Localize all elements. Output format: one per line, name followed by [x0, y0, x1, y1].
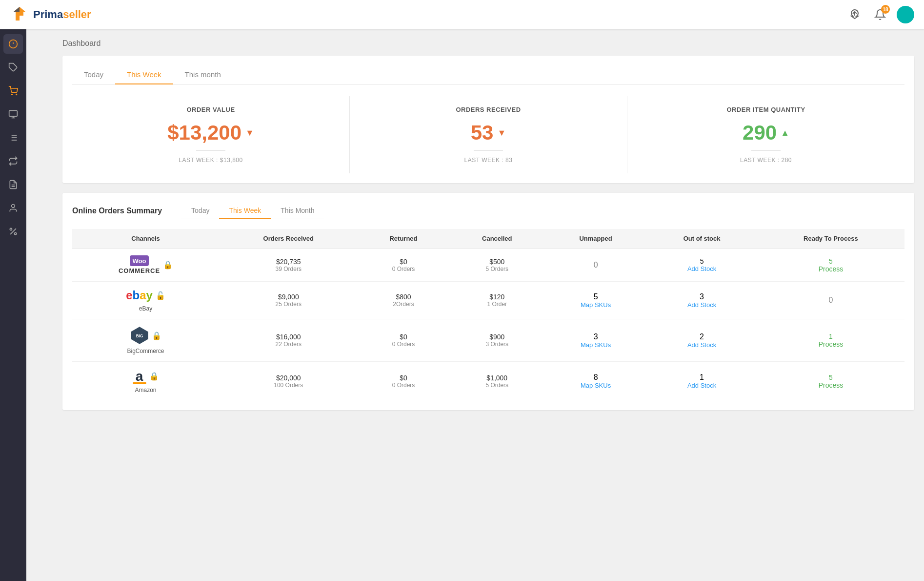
sidebar-item-discounts[interactable]	[3, 222, 23, 241]
woo-returned-value: $0	[365, 258, 441, 266]
page-title: Dashboard	[62, 39, 914, 48]
down-arrow-icon-2: ▼	[497, 128, 506, 138]
amazon-cancelled-count: 5 Orders	[457, 382, 537, 389]
ebay-ready: 0	[757, 282, 904, 319]
ebay-out-of-stock: 3	[654, 292, 749, 301]
channel-amazon: a 🔒 Amazon	[80, 369, 211, 394]
sidebar-item-orders[interactable]	[3, 81, 23, 101]
bigc-orders-value: $16,000	[227, 333, 350, 341]
sidebar-item-dashboard[interactable]	[3, 34, 23, 54]
table-row-woocommerce: Woo COMMERCE 🔒 $20,735 39 Orders	[72, 249, 904, 282]
amazon-returned-count: 0 Orders	[365, 382, 441, 389]
amazon-process-link[interactable]: Process	[765, 381, 897, 389]
bigc-returned-value: $0	[365, 333, 441, 341]
summary-card: Online Orders Summary Today This Week Th…	[62, 193, 914, 410]
metric-order-value: ORDER VALUE $13,200 ▼ LAST WEEK : $13,80…	[72, 96, 350, 173]
table-row-ebay: ebay 🔓 eBay $9,000 25 Orders $800	[72, 282, 904, 319]
main-content: Dashboard Today This Week This month ORD…	[53, 29, 924, 581]
svg-point-7	[12, 94, 13, 95]
sidebar-item-tags[interactable]	[3, 58, 23, 77]
logo-icon	[10, 5, 29, 24]
woo-cancelled-count: 5 Orders	[457, 266, 537, 272]
notification-icon[interactable]: 18	[871, 6, 889, 23]
logo: Primaseller	[10, 5, 91, 24]
metric-orders-received-label: ORDERS RECEIVED	[360, 106, 617, 113]
tab-today[interactable]: Today	[72, 65, 115, 84]
metric-order-value-last: LAST WEEK : $13,800	[82, 157, 340, 164]
lock-red-icon: 🔓	[156, 291, 165, 300]
amazon-map-skus-link[interactable]: Map SKUs	[553, 382, 639, 389]
notification-badge: 18	[881, 5, 890, 14]
bigc-map-skus-link[interactable]: Map SKUs	[553, 341, 639, 349]
summary-tab-this-week[interactable]: This Week	[219, 203, 271, 219]
tab-this-week[interactable]: This Week	[115, 65, 173, 84]
channel-ebay: ebay 🔓 eBay	[80, 289, 211, 312]
woo-orders-value: $20,735	[227, 258, 350, 266]
metric-divider-2	[474, 150, 503, 151]
woo-process-link[interactable]: Process	[765, 265, 897, 273]
bigc-cancelled-value: $900	[457, 333, 537, 341]
sidebar-item-sync[interactable]	[3, 151, 23, 171]
amazon-name: Amazon	[135, 387, 157, 394]
woo-add-stock-link[interactable]: Add Stock	[654, 265, 749, 272]
channel-bigcommerce: BIG 🔒 BigCommerce	[80, 326, 211, 354]
bigc-out-of-stock: 2	[654, 332, 749, 341]
sidebar-item-inventory[interactable]	[3, 104, 23, 124]
amazon-logo: a 🔒	[133, 369, 159, 384]
woo-orders-count: 39 Orders	[227, 266, 350, 272]
col-returned: Returned	[358, 229, 449, 249]
ebay-add-stock-link[interactable]: Add Stock	[654, 301, 749, 309]
amazon-returned-value: $0	[365, 374, 441, 382]
bigcommerce-icon: BIG	[130, 326, 149, 345]
channels-table: Channels Orders Received Returned Cancel…	[72, 229, 904, 400]
table-row-amazon: a 🔒 Amazon $20,000 100 Orders	[72, 362, 904, 401]
metric-order-quantity-last: LAST WEEK : 280	[637, 157, 895, 164]
tab-this-month[interactable]: This month	[173, 65, 233, 84]
svg-text:BIG: BIG	[136, 334, 143, 338]
sidebar-item-reports[interactable]	[3, 128, 23, 147]
summary-tab-this-month[interactable]: This Month	[271, 203, 324, 219]
bigc-cancelled-count: 3 Orders	[457, 341, 537, 348]
col-channels: Channels	[72, 229, 219, 249]
col-ready-to-process: Ready To Process	[757, 229, 904, 249]
ebay-name: eBay	[139, 305, 152, 312]
upload-icon[interactable]	[846, 6, 864, 23]
ebay-logo-text: ebay	[126, 289, 153, 302]
amazon-orders-value: $20,000	[227, 374, 350, 382]
col-unmapped: Unmapped	[545, 229, 646, 249]
woo-returned-count: 0 Orders	[365, 266, 441, 272]
metric-order-value-number: $13,200 ▼	[82, 121, 340, 145]
logo-text: Primaseller	[33, 8, 91, 21]
metric-order-quantity: ORDER ITEM QUANTITY 290 ▲ LAST WEEK : 28…	[627, 96, 904, 173]
ebay-map-skus-link[interactable]: Map SKUs	[553, 301, 639, 309]
bigc-ready: 1	[765, 332, 897, 340]
ebay-cancelled-value: $120	[457, 293, 537, 301]
amazon-out-of-stock: 1	[654, 373, 749, 382]
ebay-orders-value: $9,000	[227, 293, 350, 301]
svg-point-23	[15, 233, 17, 235]
metric-orders-received-last: LAST WEEK : 83	[360, 157, 617, 164]
col-out-of-stock: Out of stock	[646, 229, 757, 249]
sidebar-item-listings[interactable]	[3, 175, 23, 194]
ebay-logo: ebay 🔓	[126, 289, 165, 302]
down-arrow-icon: ▼	[245, 128, 254, 138]
summary-title: Online Orders Summary	[72, 207, 162, 215]
svg-line-21	[10, 228, 16, 234]
metric-orders-received-number: 53 ▼	[360, 121, 617, 145]
amazon-add-stock-link[interactable]: Add Stock	[654, 382, 749, 389]
woo-out-of-stock: 5	[654, 257, 749, 265]
woo-cancelled-value: $500	[457, 258, 537, 266]
svg-marker-1	[14, 7, 20, 12]
amazon-cancelled-value: $1,000	[457, 374, 537, 382]
header-actions: 18	[846, 6, 914, 23]
bigc-add-stock-link[interactable]: Add Stock	[654, 341, 749, 349]
sidebar	[0, 0, 26, 581]
header: Primaseller 18	[0, 0, 924, 29]
bigc-process-link[interactable]: Process	[765, 340, 897, 348]
woo-unmapped: 0	[545, 249, 646, 282]
sidebar-item-users[interactable]	[3, 198, 23, 218]
user-avatar[interactable]	[897, 6, 914, 23]
channel-woocommerce: Woo COMMERCE 🔒	[80, 255, 211, 274]
summary-tab-today[interactable]: Today	[181, 203, 219, 219]
amazon-ready: 5	[765, 374, 897, 381]
